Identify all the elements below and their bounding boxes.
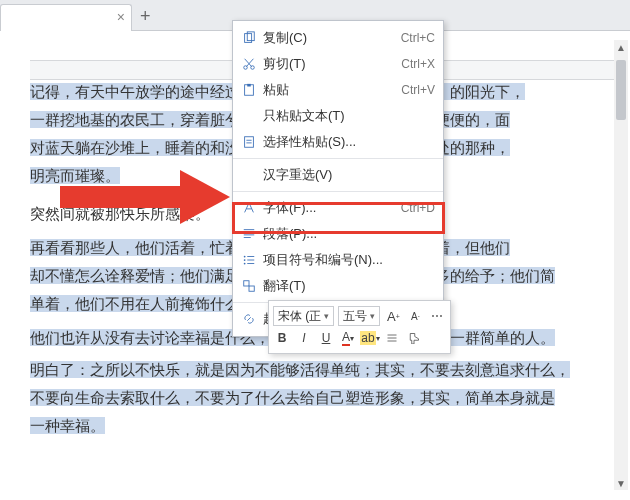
underline-button[interactable]: U: [317, 329, 335, 347]
menu-label: 粘贴: [259, 81, 401, 99]
menu-label: 翻译(T): [259, 277, 435, 295]
menu-label: 剪切(T): [259, 55, 401, 73]
scroll-thumb[interactable]: [616, 60, 626, 120]
menu-shortcut: Ctrl+V: [401, 83, 435, 97]
list-icon: [239, 253, 259, 267]
annotation-arrow-head: [180, 170, 230, 224]
menu-shortcut: Ctrl+C: [401, 31, 435, 45]
translate-icon: [239, 279, 259, 293]
scissors-icon: [239, 57, 259, 71]
context-menu: 复制(C) Ctrl+C 剪切(T) Ctrl+X 粘贴 Ctrl+V 只粘贴文…: [232, 20, 444, 337]
menu-separator: [233, 158, 443, 159]
mini-toolbar: 宋体 (正▾ 五号▾ A+ A- ⋯ B I U A▾ ab▾: [268, 300, 451, 354]
svg-point-8: [244, 259, 246, 261]
menu-item-paste-special[interactable]: 选择性粘贴(S)...: [233, 129, 443, 155]
copy-icon: [239, 31, 259, 45]
grow-font-button[interactable]: A+: [384, 307, 402, 325]
bold-button[interactable]: B: [273, 329, 291, 347]
paragraph-icon: [239, 227, 259, 241]
shrink-font-button[interactable]: A-: [406, 307, 424, 325]
highlight-button[interactable]: ab▾: [361, 329, 379, 347]
svg-point-7: [244, 256, 246, 258]
line-spacing-button[interactable]: [383, 329, 401, 347]
text-line: 明亮而璀璨。: [30, 167, 120, 184]
menu-item-translate[interactable]: 翻译(T): [233, 273, 443, 299]
scroll-up-icon[interactable]: ▲: [614, 40, 628, 54]
menu-item-paste-text[interactable]: 只粘贴文本(T): [233, 103, 443, 129]
menu-shortcut: Ctrl+D: [401, 201, 435, 215]
menu-label: 选择性粘贴(S)...: [259, 133, 435, 151]
annotation-arrow: [60, 186, 180, 208]
menu-label: 只粘贴文本(T): [259, 107, 435, 125]
text-line: 明白了：之所以不快乐，就是因为不能够活得单纯；其实，不要去刻意追求什么，: [30, 361, 570, 378]
svg-rect-10: [244, 281, 249, 286]
scroll-down-icon[interactable]: ▼: [614, 476, 628, 490]
menu-label: 复制(C): [259, 29, 401, 47]
menu-label: 字体(F)...: [259, 199, 401, 217]
svg-point-9: [244, 263, 246, 265]
font-family-select[interactable]: 宋体 (正▾: [273, 306, 334, 326]
svg-rect-6: [245, 137, 254, 148]
text-line: 单着，他们不用在人前掩饰什么: [30, 295, 240, 312]
menu-label: 项目符号和编号(N)...: [259, 251, 435, 269]
menu-item-hanzi-reselect[interactable]: 汉字重选(V): [233, 162, 443, 188]
text-line: 一种幸福。: [30, 417, 105, 434]
font-size-select[interactable]: 五号▾: [338, 306, 380, 326]
svg-rect-5: [247, 84, 251, 87]
app-window: × + 记得，有天中午放学的途中经过一 的阳光下， 一群挖地基的农民工，穿着脏兮…: [0, 0, 630, 500]
menu-item-copy[interactable]: 复制(C) Ctrl+C: [233, 25, 443, 51]
more-button[interactable]: ⋯: [428, 307, 446, 325]
menu-item-paste[interactable]: 粘贴 Ctrl+V: [233, 77, 443, 103]
vertical-scrollbar[interactable]: ▲ ▼: [614, 40, 628, 490]
font-icon: [239, 201, 259, 215]
close-tab-icon[interactable]: ×: [117, 9, 125, 25]
menu-label: 段落(P)...: [259, 225, 435, 243]
font-size-value: 五号: [343, 308, 367, 325]
text-line: 不要向生命去索取什么，不要为了什么去给自己塑造形象，其实，简单本身就是: [30, 389, 555, 406]
menu-shortcut: Ctrl+X: [401, 57, 435, 71]
menu-separator: [233, 191, 443, 192]
menu-item-font[interactable]: 字体(F)... Ctrl+D: [233, 195, 443, 221]
menu-label: 汉字重选(V): [259, 166, 435, 184]
format-painter-button[interactable]: [405, 329, 423, 347]
hyperlink-icon: [239, 312, 259, 326]
menu-item-bullets[interactable]: 项目符号和编号(N)...: [233, 247, 443, 273]
font-family-value: 宋体 (正: [278, 308, 321, 325]
clipboard-icon: [239, 83, 259, 97]
menu-item-cut[interactable]: 剪切(T) Ctrl+X: [233, 51, 443, 77]
paste-special-icon: [239, 135, 259, 149]
svg-rect-11: [249, 286, 254, 291]
new-tab-button[interactable]: +: [140, 6, 151, 27]
font-color-button[interactable]: A▾: [339, 329, 357, 347]
menu-item-paragraph[interactable]: 段落(P)...: [233, 221, 443, 247]
document-tab[interactable]: ×: [0, 4, 132, 31]
italic-button[interactable]: I: [295, 329, 313, 347]
